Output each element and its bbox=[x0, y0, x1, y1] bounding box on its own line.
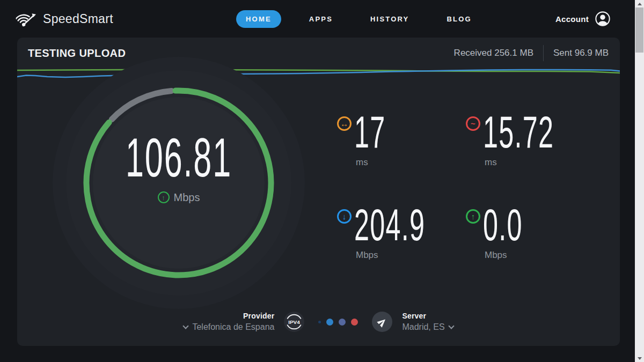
received-total: Received 256.1 MB bbox=[454, 48, 533, 58]
divider bbox=[543, 45, 544, 61]
jitter-stat: ~ 15.72 ms bbox=[466, 113, 601, 168]
down-arrow-icon: ↓ bbox=[337, 209, 352, 224]
ping-unit: ms bbox=[356, 157, 406, 168]
jitter-unit: ms bbox=[485, 157, 601, 168]
brand-logo[interactable]: SpeedSmart bbox=[16, 8, 113, 29]
account-label: Account bbox=[555, 14, 589, 24]
upload-unit: Mbps bbox=[485, 250, 549, 261]
gauge-unit-row: ↑ Mbps bbox=[71, 191, 286, 204]
nav-item-blog[interactable]: BLOG bbox=[437, 10, 481, 28]
speed-gauge: 106.81 ↑ Mbps bbox=[71, 76, 286, 290]
ping-value: 17 bbox=[354, 113, 385, 152]
transfer-totals: Received 256.1 MB Sent 96.9 MB bbox=[454, 45, 609, 61]
speedtest-panel: TESTING UPLOAD Received 256.1 MB Sent 96… bbox=[17, 38, 620, 346]
sent-total: Sent 96.9 MB bbox=[553, 48, 609, 58]
gauge-unit-label: Mbps bbox=[174, 191, 200, 204]
scroll-up-arrow-icon[interactable] bbox=[635, 0, 644, 8]
up-arrow-icon: ↑ bbox=[466, 209, 480, 224]
user-avatar-icon bbox=[595, 11, 611, 27]
provider-label: Provider bbox=[243, 312, 274, 320]
provider-block: Provider Telefonica de Espana bbox=[184, 312, 274, 332]
progress-dot bbox=[326, 319, 333, 326]
jitter-value: 15.72 bbox=[483, 113, 554, 152]
provider-select[interactable]: Telefonica de Espana bbox=[184, 322, 274, 332]
ipv4-badge-text: IPV4 bbox=[289, 319, 301, 325]
progress-dot bbox=[318, 321, 321, 323]
vertical-scrollbar[interactable] bbox=[635, 0, 644, 362]
top-navigation-bar: SpeedSmart HOME APPS HISTORY BLOG Accoun… bbox=[0, 0, 635, 38]
current-speed-value: 106.81 bbox=[126, 134, 232, 183]
provider-name: Telefonica de Espana bbox=[192, 322, 274, 332]
ipv4-badge: IPV4 bbox=[284, 312, 304, 332]
upload-arrow-icon: ↑ bbox=[158, 191, 170, 203]
main-nav: HOME APPS HISTORY BLOG bbox=[236, 0, 481, 38]
brand-name: SpeedSmart bbox=[43, 12, 113, 26]
left-right-arrow-icon: ↔ bbox=[337, 116, 352, 131]
nav-item-history[interactable]: HISTORY bbox=[361, 10, 419, 28]
gauge-readout: 106.81 ↑ Mbps bbox=[71, 134, 286, 204]
test-status-title: TESTING UPLOAD bbox=[28, 47, 126, 60]
download-value: 204.9 bbox=[354, 205, 425, 245]
upload-value: 0.0 bbox=[483, 205, 523, 245]
wifi-speed-logo-icon bbox=[16, 8, 39, 29]
progress-dot bbox=[339, 319, 346, 326]
download-unit: Mbps bbox=[356, 250, 472, 261]
progress-dot bbox=[351, 319, 358, 326]
wave-icon: ~ bbox=[466, 116, 480, 131]
connection-info-row: Provider Telefonica de Espana IPV4 bbox=[17, 312, 620, 332]
scrollbar-thumb[interactable] bbox=[635, 8, 643, 53]
ping-stat: ↔ 17 ms bbox=[337, 113, 406, 168]
nav-item-apps[interactable]: APPS bbox=[299, 10, 342, 28]
scroll-down-arrow-icon[interactable] bbox=[635, 354, 644, 362]
chevron-down-icon bbox=[448, 323, 454, 329]
account-button[interactable]: Account bbox=[555, 0, 611, 38]
chevron-down-icon bbox=[183, 323, 189, 329]
server-block: Server Madrid, ES bbox=[402, 312, 453, 332]
download-stat: ↓ 204.9 Mbps bbox=[337, 205, 472, 261]
server-label: Server bbox=[402, 312, 453, 320]
nav-item-home[interactable]: HOME bbox=[236, 10, 281, 28]
upload-stat: ↑ 0.0 Mbps bbox=[466, 205, 549, 261]
test-progress-dots bbox=[318, 319, 358, 326]
server-name: Madrid, ES bbox=[402, 322, 444, 332]
server-location-icon bbox=[372, 312, 392, 332]
server-select[interactable]: Madrid, ES bbox=[402, 322, 453, 332]
